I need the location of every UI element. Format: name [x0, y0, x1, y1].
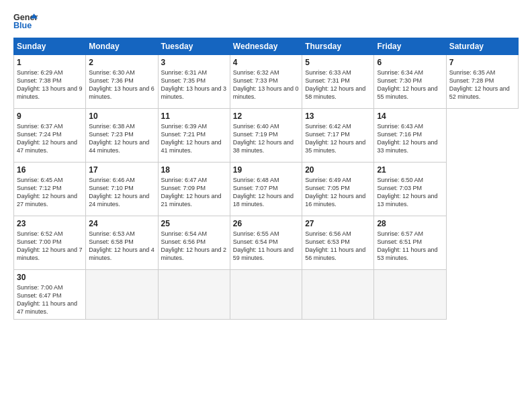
day-number: 26: [233, 219, 299, 228]
day-info: Sunrise: 6:57 AMSunset: 6:51 PMDaylight:…: [377, 230, 437, 261]
calendar-day-cell: 24 Sunrise: 6:53 AMSunset: 6:58 PMDaylig…: [86, 216, 158, 270]
page-container: General Blue SundayMondayTuesdayWednesda…: [0, 0, 532, 326]
calendar-day-cell: 25 Sunrise: 6:54 AMSunset: 6:56 PMDaylig…: [158, 216, 230, 270]
weekday-header: Wednesday: [230, 38, 302, 55]
calendar-day-cell: 7 Sunrise: 6:35 AMSunset: 7:28 PMDayligh…: [446, 55, 518, 109]
day-info: Sunrise: 6:43 AMSunset: 7:16 PMDaylight:…: [377, 123, 437, 154]
day-info: Sunrise: 6:30 AMSunset: 7:36 PMDaylight:…: [89, 69, 154, 100]
calendar-day-cell: 30 Sunrise: 7:00 AMSunset: 6:47 PMDaylig…: [14, 270, 86, 320]
calendar-week-row: 9 Sunrise: 6:37 AMSunset: 7:24 PMDayligh…: [14, 109, 519, 163]
calendar-day-cell: 9 Sunrise: 6:37 AMSunset: 7:24 PMDayligh…: [14, 109, 86, 163]
day-number: 24: [89, 219, 154, 228]
day-number: 16: [17, 165, 83, 175]
day-number: 21: [377, 165, 443, 175]
calendar-day-cell: 2 Sunrise: 6:30 AMSunset: 7:36 PMDayligh…: [86, 55, 158, 109]
calendar-day-cell: 13 Sunrise: 6:42 AMSunset: 7:17 PMDaylig…: [302, 109, 374, 163]
calendar-day-cell: [302, 270, 374, 320]
day-info: Sunrise: 7:00 AMSunset: 6:47 PMDaylight:…: [17, 284, 77, 315]
calendar-day-cell: 19 Sunrise: 6:48 AMSunset: 7:07 PMDaylig…: [230, 163, 302, 216]
weekday-header: Monday: [86, 38, 158, 55]
day-number: 18: [161, 165, 227, 175]
day-number: 12: [233, 111, 299, 121]
day-info: Sunrise: 6:55 AMSunset: 6:54 PMDaylight:…: [233, 230, 294, 261]
day-info: Sunrise: 6:39 AMSunset: 7:21 PMDaylight:…: [161, 123, 222, 154]
day-info: Sunrise: 6:37 AMSunset: 7:24 PMDaylight:…: [17, 123, 77, 154]
day-info: Sunrise: 6:47 AMSunset: 7:09 PMDaylight:…: [161, 177, 222, 208]
calendar-day-cell: 20 Sunrise: 6:49 AMSunset: 7:05 PMDaylig…: [302, 163, 374, 216]
calendar-day-cell: 28 Sunrise: 6:57 AMSunset: 6:51 PMDaylig…: [374, 216, 446, 270]
calendar-week-row: 16 Sunrise: 6:45 AMSunset: 7:12 PMDaylig…: [14, 163, 519, 216]
calendar-day-cell: 5 Sunrise: 6:33 AMSunset: 7:31 PMDayligh…: [302, 55, 374, 109]
day-number: 3: [161, 58, 227, 67]
day-info: Sunrise: 6:42 AMSunset: 7:17 PMDaylight:…: [305, 123, 365, 154]
calendar-day-cell: 10 Sunrise: 6:38 AMSunset: 7:23 PMDaylig…: [86, 109, 158, 163]
calendar-day-cell: 17 Sunrise: 6:46 AMSunset: 7:10 PMDaylig…: [86, 163, 158, 216]
day-number: 1: [17, 58, 83, 67]
day-number: 30: [17, 273, 83, 282]
day-number: 19: [233, 165, 299, 175]
day-number: 11: [161, 111, 227, 121]
calendar-day-cell: [86, 270, 158, 320]
calendar-day-cell: 23 Sunrise: 6:52 AMSunset: 7:00 PMDaylig…: [14, 216, 86, 270]
day-info: Sunrise: 6:49 AMSunset: 7:05 PMDaylight:…: [305, 177, 365, 208]
day-number: 27: [305, 219, 371, 228]
calendar-day-cell: 21 Sunrise: 6:50 AMSunset: 7:03 PMDaylig…: [374, 163, 446, 216]
day-number: 5: [305, 58, 371, 67]
day-number: 14: [377, 111, 443, 121]
weekday-header: Friday: [374, 38, 446, 55]
header: General Blue: [13, 11, 519, 31]
day-info: Sunrise: 6:56 AMSunset: 6:53 PMDaylight:…: [305, 230, 365, 261]
calendar-day-cell: 3 Sunrise: 6:31 AMSunset: 7:35 PMDayligh…: [158, 55, 230, 109]
day-info: Sunrise: 6:29 AMSunset: 7:38 PMDaylight:…: [17, 69, 83, 100]
logo: General Blue: [13, 11, 39, 31]
day-info: Sunrise: 6:31 AMSunset: 7:35 PMDaylight:…: [161, 69, 227, 100]
day-info: Sunrise: 6:48 AMSunset: 7:07 PMDaylight:…: [233, 177, 294, 208]
day-info: Sunrise: 6:33 AMSunset: 7:31 PMDaylight:…: [305, 69, 365, 100]
weekday-header: Thursday: [302, 38, 374, 55]
day-number: 2: [89, 58, 154, 67]
day-info: Sunrise: 6:40 AMSunset: 7:19 PMDaylight:…: [233, 123, 294, 154]
calendar-day-cell: [230, 270, 302, 320]
calendar-day-cell: 27 Sunrise: 6:56 AMSunset: 6:53 PMDaylig…: [302, 216, 374, 270]
calendar-day-cell: [158, 270, 230, 320]
calendar-day-cell: 26 Sunrise: 6:55 AMSunset: 6:54 PMDaylig…: [230, 216, 302, 270]
calendar-day-cell: [374, 270, 446, 320]
calendar-week-row: 23 Sunrise: 6:52 AMSunset: 7:00 PMDaylig…: [14, 216, 519, 270]
day-number: 9: [17, 111, 83, 121]
calendar-week-row: 1 Sunrise: 6:29 AMSunset: 7:38 PMDayligh…: [14, 55, 519, 109]
calendar-day-cell: 11 Sunrise: 6:39 AMSunset: 7:21 PMDaylig…: [158, 109, 230, 163]
weekday-header: Saturday: [446, 38, 518, 55]
day-number: 17: [89, 165, 154, 175]
day-info: Sunrise: 6:52 AMSunset: 7:00 PMDaylight:…: [17, 230, 83, 261]
day-info: Sunrise: 6:38 AMSunset: 7:23 PMDaylight:…: [89, 123, 149, 154]
day-number: 4: [233, 58, 299, 67]
calendar-body: 1 Sunrise: 6:29 AMSunset: 7:38 PMDayligh…: [14, 55, 519, 320]
calendar-day-cell: 4 Sunrise: 6:32 AMSunset: 7:33 PMDayligh…: [230, 55, 302, 109]
day-info: Sunrise: 6:46 AMSunset: 7:10 PMDaylight:…: [89, 177, 149, 208]
day-number: 13: [305, 111, 371, 121]
calendar-header-row: SundayMondayTuesdayWednesdayThursdayFrid…: [14, 38, 519, 55]
day-number: 6: [377, 58, 443, 67]
weekday-header: Tuesday: [158, 38, 230, 55]
day-number: 25: [161, 219, 227, 228]
day-number: 10: [89, 111, 154, 121]
day-info: Sunrise: 6:50 AMSunset: 7:03 PMDaylight:…: [377, 177, 437, 208]
calendar-day-cell: 6 Sunrise: 6:34 AMSunset: 7:30 PMDayligh…: [374, 55, 446, 109]
calendar-day-cell: 18 Sunrise: 6:47 AMSunset: 7:09 PMDaylig…: [158, 163, 230, 216]
day-number: 7: [449, 58, 515, 67]
logo-icon: General Blue: [13, 11, 38, 31]
svg-text:Blue: Blue: [13, 21, 32, 30]
day-info: Sunrise: 6:34 AMSunset: 7:30 PMDaylight:…: [377, 69, 437, 100]
day-info: Sunrise: 6:54 AMSunset: 6:56 PMDaylight:…: [161, 230, 227, 261]
day-info: Sunrise: 6:53 AMSunset: 6:58 PMDaylight:…: [89, 230, 154, 261]
calendar-day-cell: 16 Sunrise: 6:45 AMSunset: 7:12 PMDaylig…: [14, 163, 86, 216]
calendar-week-row: 30 Sunrise: 7:00 AMSunset: 6:47 PMDaylig…: [14, 270, 519, 320]
day-number: 28: [377, 219, 443, 228]
day-info: Sunrise: 6:32 AMSunset: 7:33 PMDaylight:…: [233, 69, 299, 100]
day-number: 20: [305, 165, 371, 175]
day-info: Sunrise: 6:35 AMSunset: 7:28 PMDaylight:…: [449, 69, 510, 100]
day-number: 23: [17, 219, 83, 228]
calendar-day-cell: 1 Sunrise: 6:29 AMSunset: 7:38 PMDayligh…: [14, 55, 86, 109]
calendar-day-cell: 14 Sunrise: 6:43 AMSunset: 7:16 PMDaylig…: [374, 109, 446, 163]
calendar-table: SundayMondayTuesdayWednesdayThursdayFrid…: [13, 38, 519, 320]
